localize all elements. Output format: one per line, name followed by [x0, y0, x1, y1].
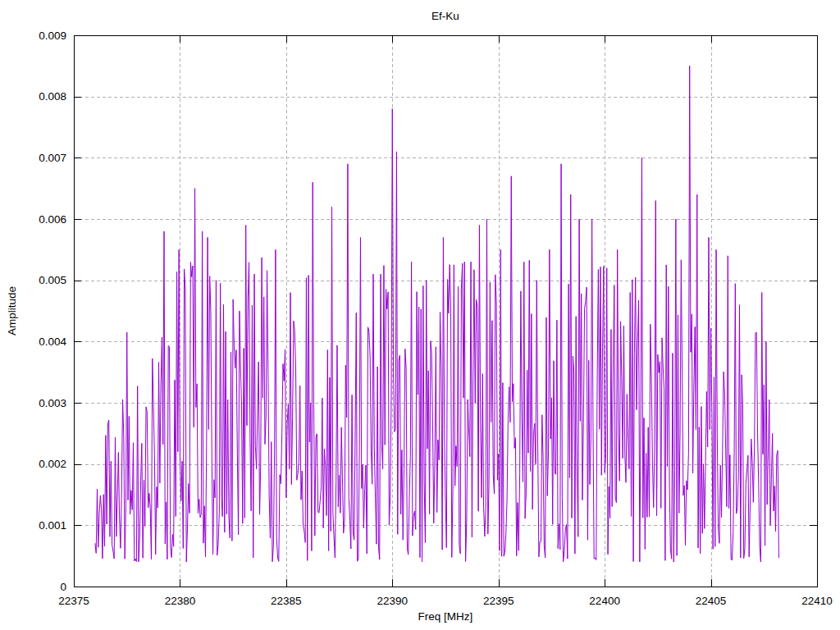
- y-tick-label: 0: [60, 581, 66, 593]
- y-tick-label: 0.007: [39, 152, 66, 164]
- x-tick-label: 22380: [165, 595, 196, 607]
- y-tick-label: 0.009: [39, 30, 66, 42]
- y-tick-label: 0.002: [39, 458, 66, 470]
- x-tick-label: 22400: [589, 595, 620, 607]
- y-tick-label: 0.004: [39, 336, 66, 348]
- data-series: [95, 66, 779, 562]
- y-tick-label: 0.006: [39, 213, 66, 226]
- y-tick-label: 0.008: [39, 90, 66, 103]
- x-tick-label: 22390: [377, 595, 409, 607]
- x-tick-label: 22385: [271, 595, 302, 607]
- plot-window: Ef-Ku Amplitude Freq [MHz] 2237522380223…: [0, 0, 840, 630]
- spectrum-chart: 2237522380223852239022395224002240522410…: [0, 0, 840, 630]
- y-tick-label: 0.001: [39, 519, 66, 532]
- x-tick-label: 22405: [696, 595, 727, 607]
- y-tick-label: 0.005: [39, 274, 66, 286]
- y-tick-label: 0.003: [39, 397, 66, 409]
- x-tick-label: 22410: [801, 595, 833, 607]
- x-tick-label: 22375: [58, 595, 89, 607]
- x-tick-label: 22395: [483, 595, 514, 607]
